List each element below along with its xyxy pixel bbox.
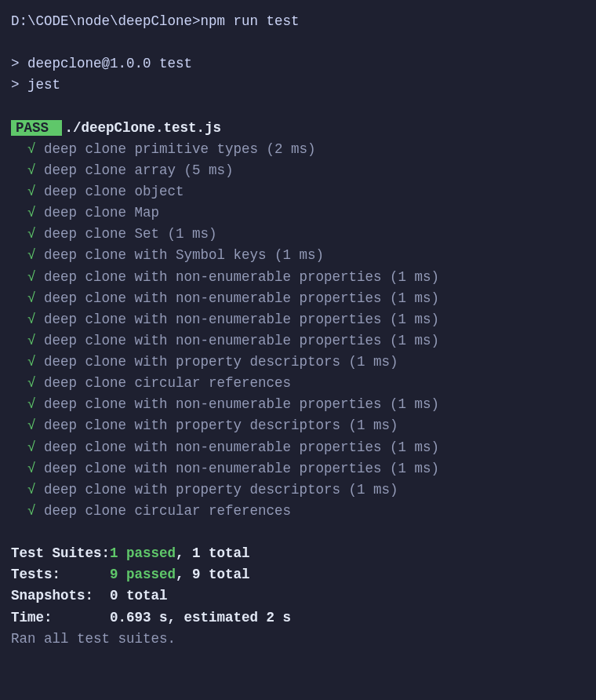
script-header-2: > jest <box>11 75 585 96</box>
test-label: deep clone Map <box>44 205 159 221</box>
test-label: deep clone with property descriptors (1 … <box>44 482 398 498</box>
check-icon: √ <box>27 396 44 412</box>
summary-label: Test Suites: <box>11 543 110 564</box>
check-icon: √ <box>27 226 44 242</box>
blank-line <box>11 97 585 118</box>
pass-badge: PASS <box>11 120 62 136</box>
test-item: √ deep clone with non-enumerable propert… <box>11 267 585 288</box>
test-label: deep clone with non-enumerable propertie… <box>44 396 439 412</box>
script-header-1: > deepclone@1.0.0 test <box>11 53 585 75</box>
blank-line <box>11 522 585 543</box>
test-label: deep clone with non-enumerable propertie… <box>44 290 439 306</box>
check-icon: √ <box>27 162 44 178</box>
test-item: √ deep clone with non-enumerable propert… <box>11 330 585 352</box>
test-file-line: PASS ./deepClone.test.js <box>11 118 585 139</box>
blank-line <box>11 32 585 53</box>
summary-test-suites: Test Suites:1 passed, 1 total <box>11 543 585 564</box>
summary-label: Time: <box>11 607 110 629</box>
test-item: √ deep clone with non-enumerable propert… <box>11 437 585 458</box>
test-label: deep clone object <box>44 184 184 199</box>
test-item: √ deep clone with property descriptors (… <box>11 352 585 373</box>
test-item: √ deep clone Set (1 ms) <box>11 224 585 245</box>
check-icon: √ <box>27 354 44 370</box>
check-icon: √ <box>27 417 44 433</box>
test-item: √ deep clone circular references <box>11 373 585 394</box>
test-label: deep clone circular references <box>44 503 291 519</box>
check-icon: √ <box>27 439 44 455</box>
test-label: deep clone with non-enumerable propertie… <box>44 312 439 327</box>
test-item: √ deep clone primitive types (2 ms) <box>11 139 585 160</box>
summary-value: 0 total <box>110 588 168 603</box>
check-icon: √ <box>27 290 44 306</box>
check-icon: √ <box>27 461 44 476</box>
test-label: deep clone with Symbol keys (1 ms) <box>44 247 324 263</box>
summary-passed: 9 passed <box>110 567 176 582</box>
test-label: deep clone circular references <box>44 375 291 391</box>
test-item: √ deep clone with non-enumerable propert… <box>11 394 585 415</box>
command-prompt: D:\CODE\node\deepClone>npm run test <box>11 11 585 32</box>
test-item: √ deep clone object <box>11 181 585 202</box>
test-label: deep clone with property descriptors (1 … <box>44 354 398 370</box>
test-label: deep clone primitive types (2 ms) <box>44 141 316 157</box>
test-item: √ deep clone with non-enumerable propert… <box>11 458 585 479</box>
summary-value: 0.693 s, estimated 2 s <box>110 610 291 625</box>
check-icon: √ <box>27 269 44 285</box>
summary-total: , 1 total <box>176 545 250 561</box>
test-item: √ deep clone with non-enumerable propert… <box>11 309 585 330</box>
check-icon: √ <box>27 503 44 519</box>
test-item: √ deep clone with non-enumerable propert… <box>11 288 585 309</box>
test-label: deep clone with non-enumerable propertie… <box>44 333 439 348</box>
test-label: deep clone with non-enumerable propertie… <box>44 269 439 285</box>
summary-time: Time:0.693 s, estimated 2 s <box>11 607 585 629</box>
test-item: √ deep clone circular references <box>11 501 585 522</box>
check-icon: √ <box>27 205 44 221</box>
summary-label: Tests: <box>11 564 110 585</box>
test-item: √ deep clone array (5 ms) <box>11 160 585 181</box>
test-item: √ deep clone with property descriptors (… <box>11 415 585 436</box>
test-label: deep clone with non-enumerable propertie… <box>44 439 439 455</box>
check-icon: √ <box>27 375 44 391</box>
test-label: deep clone Set (1 ms) <box>44 226 217 242</box>
check-icon: √ <box>27 312 44 327</box>
summary-snapshots: Snapshots:0 total <box>11 585 585 607</box>
summary-label: Snapshots: <box>11 585 110 607</box>
check-icon: √ <box>27 141 44 157</box>
test-list: √ deep clone primitive types (2 ms)√ dee… <box>11 139 585 522</box>
test-file-name: ./deepClone.test.js <box>65 120 222 136</box>
summary-tests: Tests:9 passed, 9 total <box>11 564 585 585</box>
test-label: deep clone with property descriptors (1 … <box>44 417 398 433</box>
test-label: deep clone array (5 ms) <box>44 162 234 178</box>
test-item: √ deep clone with property descriptors (… <box>11 479 585 501</box>
check-icon: √ <box>27 247 44 263</box>
check-icon: √ <box>27 333 44 348</box>
test-label: deep clone with non-enumerable propertie… <box>44 461 439 476</box>
summary-passed: 1 passed <box>110 545 176 561</box>
summary-total: , 9 total <box>176 567 250 582</box>
check-icon: √ <box>27 184 44 199</box>
ran-all-tests: Ran all test suites. <box>11 629 585 650</box>
check-icon: √ <box>27 482 44 498</box>
test-item: √ deep clone with Symbol keys (1 ms) <box>11 245 585 266</box>
test-item: √ deep clone Map <box>11 202 585 224</box>
